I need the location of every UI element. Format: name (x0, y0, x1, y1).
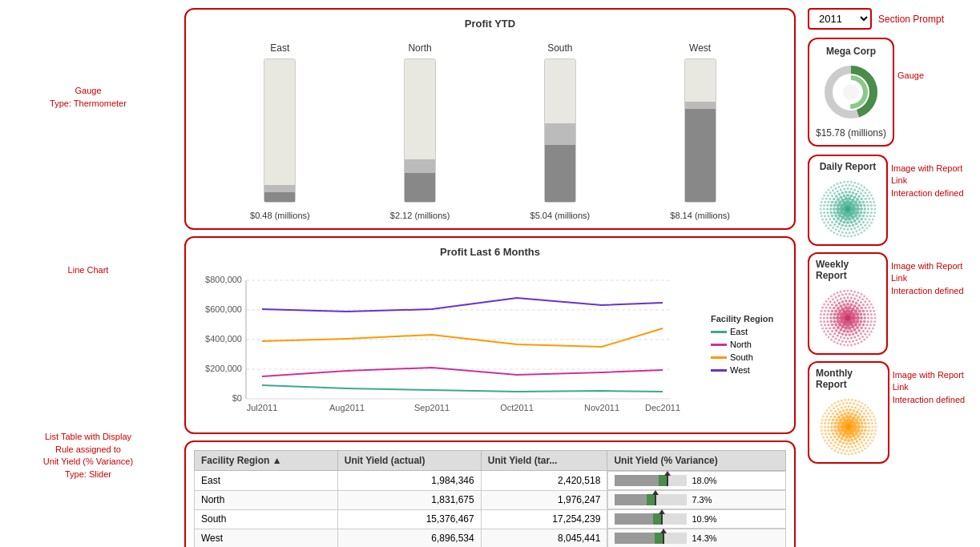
svg-point-208 (825, 224, 828, 227)
svg-point-279 (849, 329, 853, 332)
svg-point-329 (867, 320, 869, 323)
svg-point-112 (867, 211, 869, 214)
col-unit-yield-variance[interactable]: Unit Yield (% Variance) (607, 451, 786, 471)
svg-point-368 (866, 330, 869, 332)
svg-point-181 (855, 186, 857, 188)
svg-point-611 (842, 403, 845, 405)
svg-point-180 (852, 185, 854, 187)
legend-north-label: North (730, 340, 752, 349)
svg-point-343 (829, 327, 831, 329)
svg-point-264 (837, 320, 841, 324)
svg-text:$200,000: $200,000 (205, 364, 242, 373)
svg-point-92 (835, 220, 838, 223)
svg-point-587 (862, 444, 865, 447)
thermo-south: South $5.04 (millions) (530, 42, 591, 220)
cell-region: East (195, 471, 338, 491)
svg-point-372 (855, 339, 857, 341)
svg-point-301 (860, 327, 863, 330)
svg-point-135 (837, 190, 839, 192)
svg-point-600 (825, 432, 827, 435)
svg-point-60 (856, 217, 859, 220)
svg-point-116 (860, 223, 862, 226)
svg-point-151 (866, 221, 869, 223)
svg-point-278 (853, 328, 857, 332)
svg-point-561 (828, 432, 830, 435)
svg-point-534 (836, 412, 839, 416)
table-row: South15,376,46717,254,23910.9% (195, 509, 786, 529)
svg-point-505 (835, 419, 838, 422)
svg-point-27 (853, 207, 857, 211)
svg-point-353 (840, 298, 842, 300)
section-prompt-select[interactable]: 2011 2010 2012 (808, 8, 872, 30)
thermo-south-fill-light (545, 123, 575, 145)
svg-point-523 (845, 442, 849, 445)
svg-point-194 (869, 224, 871, 227)
thermo-north-label: North (408, 42, 431, 54)
svg-point-201 (847, 235, 849, 238)
svg-point-492 (860, 428, 863, 432)
svg-point-223 (840, 182, 842, 184)
thermo-north-fill-light (405, 159, 435, 174)
svg-point-330 (866, 324, 869, 326)
svg-point-313 (829, 316, 833, 320)
svg-point-542 (861, 416, 864, 419)
svg-point-423 (830, 339, 833, 341)
svg-point-169 (823, 204, 825, 207)
section-prompt-label: Section Prompt (878, 14, 944, 25)
svg-point-559 (832, 439, 834, 441)
svg-point-589 (856, 448, 858, 450)
svg-point-626 (873, 436, 875, 439)
svg-point-84 (860, 218, 863, 221)
svg-point-209 (823, 222, 825, 224)
svg-point-170 (824, 201, 826, 203)
daily-report-panel[interactable]: Daily Report (808, 155, 888, 246)
svg-point-33 (839, 207, 843, 211)
col-facility-region[interactable]: Facility Region ▲ (195, 451, 338, 471)
gauge-annotation-label: Gauge (897, 70, 924, 82)
gauge-thermo-annotation: GaugeType: Thermometer (50, 85, 127, 110)
svg-point-107 (857, 195, 861, 198)
col-unit-yield-target[interactable]: Unit Yield (tar... (481, 451, 607, 471)
svg-point-551 (857, 444, 860, 446)
svg-point-409 (872, 328, 874, 330)
svg-point-118 (853, 227, 856, 230)
svg-point-485 (841, 416, 845, 420)
svg-point-477 (849, 435, 853, 439)
svg-point-211 (821, 215, 823, 217)
weekly-report-panel[interactable]: Weekly Report (808, 252, 888, 355)
svg-point-434 (823, 304, 825, 306)
svg-point-444 (853, 291, 856, 293)
svg-point-144 (865, 198, 867, 200)
legend-north-line (711, 344, 727, 346)
svg-point-127 (828, 215, 830, 217)
svg-point-277 (856, 326, 859, 329)
svg-point-558 (834, 441, 837, 444)
svg-point-128 (826, 211, 829, 214)
svg-point-598 (828, 439, 830, 441)
svg-point-633 (854, 452, 857, 454)
svg-point-381 (827, 330, 829, 332)
svg-point-141 (857, 190, 859, 192)
svg-point-134 (833, 192, 836, 195)
svg-point-363 (867, 313, 869, 316)
svg-point-547 (866, 432, 869, 435)
svg-point-352 (837, 299, 839, 301)
svg-point-631 (861, 449, 863, 452)
svg-point-110 (863, 204, 866, 207)
cell-variance: 10.9% (607, 509, 785, 529)
right-panel: 2011 2010 2012 Section Prompt Mega Corp (804, 0, 980, 547)
svg-point-99 (833, 198, 836, 201)
svg-point-294 (853, 304, 857, 308)
svg-point-377 (838, 339, 841, 341)
monthly-report-panel[interactable]: Monthly Report (808, 361, 889, 464)
legend-south-line (711, 356, 727, 359)
svg-point-160 (838, 230, 841, 232)
svg-point-531 (830, 422, 833, 425)
svg-point-270 (848, 306, 852, 310)
svg-point-164 (827, 221, 829, 223)
col-unit-yield-actual[interactable]: Unit Yield (actual) (337, 451, 481, 471)
thermo-west-value: $8.14 (millions) (670, 211, 730, 220)
svg-point-222 (837, 183, 839, 185)
svg-point-431 (820, 313, 822, 316)
svg-point-136 (840, 189, 842, 191)
